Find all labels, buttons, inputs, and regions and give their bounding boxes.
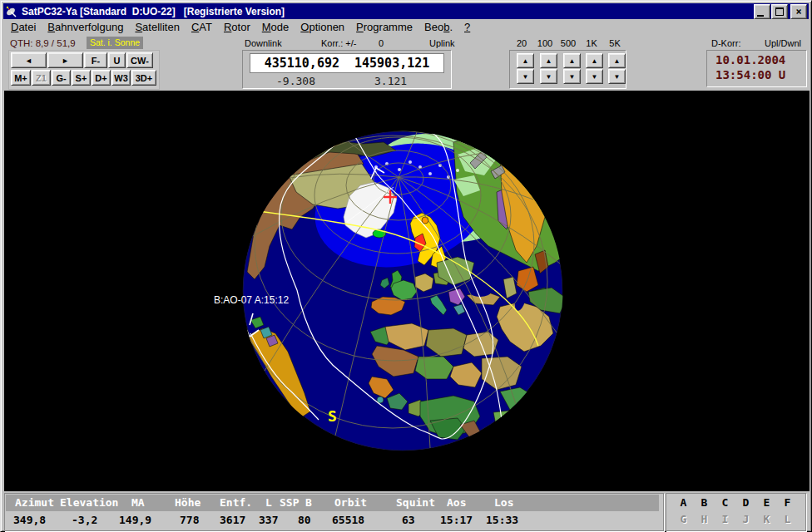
button-d+[interactable]: D+ bbox=[92, 70, 111, 86]
spin-up-button-20[interactable]: ▲ bbox=[517, 53, 534, 68]
triangle-down-icon: ▼ bbox=[592, 73, 598, 81]
uplink-drift: 3.121 bbox=[374, 75, 407, 87]
maximize-button[interactable] bbox=[771, 4, 788, 19]
triangle-down-icon: ▼ bbox=[569, 73, 576, 81]
button-w3[interactable]: W3 bbox=[111, 70, 131, 86]
group-letter-b[interactable]: B bbox=[694, 496, 715, 509]
group-letter-j-disabled: J bbox=[735, 513, 756, 525]
group-letter-k-disabled: K bbox=[756, 513, 777, 525]
button-g-[interactable]: G- bbox=[52, 70, 71, 86]
status-value-entf: 3617 bbox=[220, 514, 245, 526]
step-label-500: 500 bbox=[557, 38, 580, 48]
menu-bar: DateiBahnverfolgungSatellitenCATRotorMod… bbox=[3, 19, 809, 34]
status-header-l: L bbox=[265, 496, 272, 509]
arrow-right-icon: ► bbox=[62, 57, 69, 65]
downlink-label: Downlink bbox=[245, 38, 282, 48]
button-u[interactable]: U bbox=[108, 52, 126, 68]
quick-button-panel: ◄►F-UCW- M+Z1G-S+D+W33D+ bbox=[8, 50, 160, 90]
spin-down-button-100[interactable]: ▼ bbox=[540, 69, 557, 84]
status-header-orbit: Orbit bbox=[334, 496, 367, 509]
status-bar: Azimut349,8Elevation-3,2MA149,9Höhe778En… bbox=[4, 493, 810, 530]
button-z1: Z1 bbox=[32, 70, 51, 86]
spin-down-button-500[interactable]: ▼ bbox=[563, 69, 581, 84]
spin-up-button-5k[interactable]: ▲ bbox=[608, 53, 626, 68]
uplink-frequency: 145903,121 bbox=[354, 56, 429, 71]
step-label-20: 20 bbox=[510, 38, 533, 48]
group-letter-d[interactable]: D bbox=[735, 496, 756, 509]
status-value-elevation: -3,2 bbox=[72, 514, 97, 526]
menu-item-programme[interactable]: Programme bbox=[350, 20, 418, 34]
status-header-b: B bbox=[305, 496, 312, 509]
button-cw-[interactable]: CW- bbox=[126, 52, 153, 68]
menu-item-?[interactable]: ? bbox=[458, 20, 476, 34]
button-3d+[interactable]: 3D+ bbox=[131, 70, 156, 86]
close-icon: × bbox=[795, 7, 801, 16]
south-marker-label: S bbox=[328, 407, 337, 425]
korr-label: Korr.: +/- bbox=[321, 38, 357, 48]
status-value-orbit: 65518 bbox=[332, 514, 364, 526]
globe-map: B:AO-07 A:15:12 S bbox=[4, 91, 810, 491]
step-label-100: 100 bbox=[533, 38, 557, 48]
dkorr-label: D-Korr: bbox=[711, 38, 740, 48]
status-header-elevation: Elevation bbox=[60, 496, 118, 509]
time-display: 13:54:00 U bbox=[715, 68, 785, 81]
minimize-icon bbox=[757, 15, 764, 17]
triangle-up-icon: ▲ bbox=[522, 57, 529, 65]
group-letters-panel: ABCDEF GHIJKL bbox=[666, 493, 806, 531]
downlink-frequency: 435110,692 bbox=[265, 56, 339, 71]
group-letter-i-disabled: I bbox=[715, 513, 735, 525]
tracking-data-panel: Azimut349,8Elevation-3,2MA149,9Höhe778En… bbox=[4, 493, 664, 531]
status-header-entf: Entf. bbox=[220, 496, 252, 509]
close-button[interactable]: × bbox=[790, 4, 807, 19]
title-bar: SatPC32-Ya [Standard D:UO-22] [Registrie… bbox=[3, 3, 809, 19]
status-value-ma: 149,9 bbox=[119, 514, 151, 526]
button-s+[interactable]: S+ bbox=[72, 70, 91, 86]
menu-item-rotor[interactable]: Rotor bbox=[218, 20, 256, 34]
button-m+[interactable]: M+ bbox=[11, 70, 31, 86]
button-f-[interactable]: F- bbox=[84, 52, 107, 68]
toolbar: QTH: 8,9 / 51,9 Sat. i. Sonne ◄►F-UCW- M… bbox=[3, 34, 809, 91]
status-value-ssp: 80 bbox=[298, 514, 311, 526]
triangle-down-icon: ▼ bbox=[614, 73, 621, 81]
spin-down-button-1k[interactable]: ▼ bbox=[586, 69, 603, 84]
arrow-right-button[interactable]: ► bbox=[47, 52, 83, 68]
satellite-label: B:AO-07 A:15:12 bbox=[214, 294, 289, 306]
korr-value: 0 bbox=[379, 38, 384, 48]
status-header-hhe: Höhe bbox=[175, 496, 201, 509]
qth-coordinates: QTH: 8,9 / 51,9 bbox=[10, 38, 76, 48]
spin-up-button-100[interactable]: ▲ bbox=[540, 53, 557, 68]
arrow-left-icon: ◄ bbox=[25, 57, 32, 65]
spin-down-button-5k[interactable]: ▼ bbox=[608, 69, 626, 84]
group-letter-f[interactable]: F bbox=[777, 496, 798, 509]
menu-item-datei[interactable]: Datei bbox=[5, 20, 42, 34]
menu-item-cat[interactable]: CAT bbox=[186, 20, 218, 34]
triangle-up-icon: ▲ bbox=[569, 57, 576, 65]
frequency-spinner-panel: ▲▼▲▼▲▼▲▼▲▼ bbox=[509, 50, 626, 89]
step-label-1k: 1K bbox=[580, 38, 603, 48]
spin-down-button-20[interactable]: ▼ bbox=[517, 69, 534, 84]
menu-item-beob[interactable]: Beob. bbox=[418, 20, 458, 34]
frequency-display: 435110,692 145903,121 bbox=[250, 53, 444, 73]
arrow-left-button[interactable]: ◄ bbox=[11, 52, 47, 68]
minimize-button[interactable] bbox=[754, 4, 770, 19]
menu-item-optionen[interactable]: Optionen bbox=[295, 20, 350, 34]
status-value-squint: 63 bbox=[402, 514, 415, 526]
downlink-drift: -9.308 bbox=[276, 75, 315, 87]
status-header-azimut: Azimut bbox=[15, 496, 54, 509]
spin-up-button-500[interactable]: ▲ bbox=[563, 53, 581, 68]
menu-item-mode[interactable]: Mode bbox=[256, 20, 295, 34]
menu-item-bahnverfolgung[interactable]: Bahnverfolgung bbox=[42, 20, 129, 34]
group-letter-a[interactable]: A bbox=[673, 496, 694, 509]
status-value-l: 337 bbox=[259, 514, 278, 526]
maximize-icon bbox=[775, 7, 784, 16]
group-letter-c[interactable]: C bbox=[715, 496, 735, 509]
date-display: 10.01.2004 bbox=[715, 53, 785, 66]
spin-up-button-1k[interactable]: ▲ bbox=[586, 53, 603, 68]
frequency-panel: 435110,692 145903,121 -9.308 3.121 bbox=[242, 50, 452, 89]
group-letter-e[interactable]: E bbox=[756, 496, 777, 509]
group-letter-h-disabled: H bbox=[694, 513, 715, 525]
datetime-panel: 10.01.2004 13:54:00 U bbox=[706, 50, 807, 87]
status-value-azimut: 349,8 bbox=[13, 514, 46, 526]
triangle-down-icon: ▼ bbox=[546, 73, 552, 81]
menu-item-satelliten[interactable]: Satelliten bbox=[129, 20, 185, 34]
